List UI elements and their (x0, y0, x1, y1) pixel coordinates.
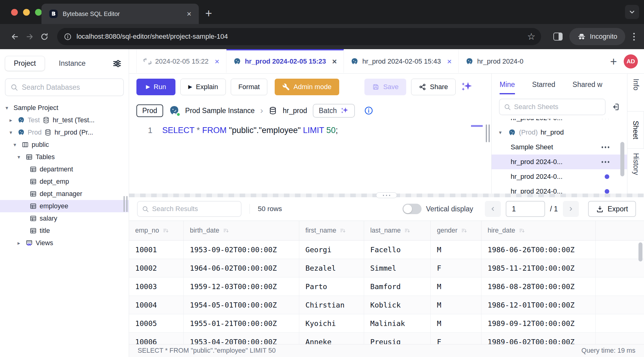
cell-gender[interactable]: M (431, 296, 481, 314)
sheet-tab-hr-prod-2024-0[interactable]: hr_prod 2024-0 (459, 49, 530, 73)
tree-item-sample-project[interactable]: ▾Sample Project (0, 102, 129, 114)
caret-right-icon[interactable]: ▸ (10, 117, 18, 124)
sheet-item[interactable]: hr_prod 2024-0... (492, 169, 627, 184)
sheet-search-input[interactable] (514, 103, 601, 111)
table-row[interactable]: 100041954-05-01T00:00:00ZChirstianKoblic… (129, 296, 644, 314)
tree-item-dept-emp[interactable]: dept_emp (0, 175, 129, 188)
cell-last_name[interactable]: Facello (364, 241, 431, 259)
cell-first_name[interactable]: Bezalel (299, 259, 364, 277)
ai-assistant-button[interactable] (461, 80, 474, 94)
close-sheet-tab-icon[interactable]: × (332, 57, 337, 65)
sidebar-tab-project[interactable]: Project (5, 56, 45, 71)
cell-last_name[interactable]: Koblick (364, 296, 431, 314)
sidebar-resize-handle[interactable] (124, 196, 128, 212)
cell-emp_no[interactable]: 10006 (129, 333, 184, 344)
admin-mode-button[interactable]: Admin mode (275, 79, 339, 95)
cell-first_name[interactable]: Chirstian (299, 296, 364, 314)
cell-last_name[interactable]: Preusig (364, 333, 431, 344)
tab-mine[interactable]: Mine (500, 80, 515, 94)
table-row[interactable]: 100011953-09-02T00:00:00ZGeorgiFacelloM1… (129, 241, 644, 259)
table-row[interactable]: 100021964-06-02T00:00:00ZBezalelSimmelF1… (129, 259, 644, 277)
cell-emp_no[interactable]: 10005 (129, 314, 184, 332)
sheet-tab-hr-prod-2024-02-05-15-23[interactable]: hr_prod 2024-02-05 15:23× (226, 49, 344, 73)
cell-emp_no[interactable]: 10002 (129, 259, 184, 277)
cell-first_name[interactable]: Anneke (299, 333, 364, 344)
tree-item-salary[interactable]: salary (0, 212, 129, 225)
cell-first_name[interactable]: Parto (299, 277, 364, 296)
cell-birth_date[interactable]: 1953-04-20T00:00:00Z (184, 333, 299, 344)
cell-hire_date[interactable]: 1986-12-01T00:00:00Z (481, 296, 596, 314)
cell-gender[interactable]: F (431, 333, 481, 344)
tree-item-tables[interactable]: ▾Tables (0, 151, 129, 163)
caret-down-icon[interactable]: ▾ (499, 129, 508, 136)
sheet-item[interactable]: hr_prod 2024-0... (492, 155, 627, 169)
grid-scrollbar[interactable] (638, 242, 642, 261)
cell-first_name[interactable]: Georgi (299, 241, 364, 259)
sheet-item[interactable]: hr_prod 2024-0... (492, 184, 627, 194)
new-browser-tab-button[interactable]: + (205, 7, 212, 19)
address-bar[interactable]: localhost:8080/sql-editor/sheet/project-… (57, 28, 541, 45)
cell-first_name[interactable]: Kyoichi (299, 314, 364, 332)
side-panel-icon[interactable] (553, 33, 563, 41)
cell-hire_date[interactable]: 1986-06-26T00:00:00Z (481, 241, 596, 259)
collapse-panel-icon[interactable] (611, 102, 620, 112)
site-info-icon[interactable] (64, 33, 72, 41)
browser-menu-button[interactable] (631, 31, 637, 42)
tab-search-button[interactable] (625, 5, 639, 19)
sheet-tab-hr-prod-2024-02-05-15-43[interactable]: hr_prod 2024-02-05 15:43× (344, 49, 459, 73)
cell-gender[interactable]: F (431, 259, 481, 277)
vertical-display-toggle[interactable] (402, 204, 422, 214)
cell-birth_date[interactable]: 1954-05-01T00:00:00Z (184, 296, 299, 314)
cell-emp_no[interactable]: 10004 (129, 296, 184, 314)
sheet-item[interactable]: Sample Sheet (492, 140, 627, 155)
database-search-input[interactable] (22, 83, 118, 92)
export-button[interactable]: Export (588, 201, 636, 217)
share-button[interactable]: Share (411, 79, 456, 95)
sheet-tab-2024-02-05-15-22[interactable]: 2024-02-05 15:22× (136, 49, 226, 73)
cell-gender[interactable]: M (431, 241, 481, 259)
rail-tab-sheet[interactable]: Sheet (627, 111, 644, 149)
caret-down-icon[interactable]: ▾ (18, 154, 26, 160)
tab-starred[interactable]: Starred (532, 80, 555, 94)
tab-shared[interactable]: Shared w (572, 80, 602, 94)
column-header-last_name[interactable]: last_name (364, 221, 431, 240)
cell-hire_date[interactable]: 1989-06-02T00:00:00Z (481, 333, 596, 344)
close-window-button[interactable] (11, 9, 18, 16)
sheet-group[interactable]: ▾(Prod)hr_prod (492, 125, 627, 140)
caret-down-icon[interactable]: ▾ (6, 105, 14, 111)
database-search[interactable] (5, 78, 124, 96)
prev-page-button[interactable] (485, 201, 501, 217)
bookmark-star-icon[interactable]: ☆ (527, 32, 536, 41)
cell-gender[interactable]: M (431, 277, 481, 296)
caret-right-icon[interactable]: ▸ (18, 240, 26, 246)
table-row[interactable]: 100051955-01-21T00:00:00ZKyoichiMaliniak… (129, 314, 644, 333)
back-button[interactable] (7, 29, 22, 44)
sql-editor[interactable]: 1 SELECT * FROM "public"."employee" LIMI… (129, 121, 491, 194)
batch-mode-button[interactable]: Batch (313, 104, 355, 118)
drag-grip[interactable] (376, 192, 397, 198)
tree-item-views[interactable]: ▸Views (0, 237, 129, 249)
cell-hire_date[interactable]: 1985-11-21T00:00:00Z (481, 259, 596, 277)
run-button[interactable]: ▶Run (136, 79, 175, 95)
column-header-hire_date[interactable]: hire_date (481, 221, 596, 240)
tree-item-public[interactable]: ▾public (0, 139, 129, 151)
column-header-gender[interactable]: gender (431, 221, 481, 240)
info-circle-icon[interactable] (364, 106, 373, 115)
tree-item-prod[interactable]: ▾Prodhr_prod (Pr... (0, 126, 129, 139)
tree-item-employee[interactable]: employee (0, 200, 129, 212)
sheet-item[interactable]: hr_prod 2024-0... (492, 119, 627, 125)
column-header-first_name[interactable]: first_name (299, 221, 364, 240)
new-sheet-button[interactable]: + (610, 56, 617, 67)
zoom-window-button[interactable] (35, 9, 42, 16)
cell-emp_no[interactable]: 10001 (129, 241, 184, 259)
panel-resize-handle[interactable] (486, 124, 490, 142)
cell-last_name[interactable]: Maliniak (364, 314, 431, 332)
tree-item-title[interactable]: title (0, 225, 129, 237)
table-row[interactable]: 100061953-04-20T00:00:00ZAnnekePreusigF1… (129, 333, 644, 344)
cell-hire_date[interactable]: 1989-09-12T00:00:00Z (481, 314, 596, 332)
tree-item-department[interactable]: department (0, 163, 129, 175)
rail-tab-history[interactable]: History (632, 153, 640, 175)
close-sheet-tab-icon[interactable]: × (215, 57, 219, 65)
forward-button[interactable] (22, 29, 37, 44)
sheet-list-scrollbar[interactable] (620, 142, 624, 176)
